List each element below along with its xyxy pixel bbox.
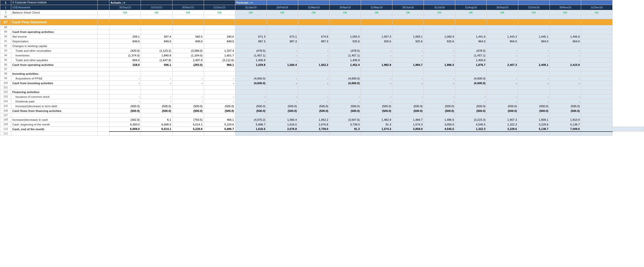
row-num-106: 106 xyxy=(0,109,11,113)
date-mar16: 31/Mar/16 xyxy=(298,5,329,10)
wc-label: Changes in working capital: xyxy=(11,44,98,48)
ni-sep15: 209.1 xyxy=(109,34,141,39)
row-92: 92 Changes in working capital: xyxy=(0,44,644,48)
header-d1 xyxy=(141,0,172,5)
row-num-87: 87 xyxy=(0,19,11,25)
operating-header: Cash from operating activities: xyxy=(11,30,98,34)
ok-may16: OK xyxy=(361,10,392,15)
header-r1 xyxy=(581,0,612,5)
stock-label: Issuance of common stock xyxy=(11,94,98,99)
row-111: 111 xyxy=(0,132,644,136)
ni-jun16: 1,059.1 xyxy=(392,34,424,39)
header-h1 xyxy=(267,0,298,5)
ok-mar16: OK xyxy=(298,10,329,15)
row-num-2: 2 xyxy=(0,5,11,10)
ni-apr16: 1,055.5 xyxy=(329,34,361,39)
ni-nov16: 1,446.9 xyxy=(549,34,581,39)
ok-oct16: OK xyxy=(518,10,549,15)
row-num-86: 86 xyxy=(0,15,11,19)
ni-may16: 1,057.3 xyxy=(361,34,392,39)
ni-feb16: 673.1 xyxy=(267,34,298,39)
payables-label: Trade and other payables xyxy=(11,58,98,63)
row-103: 103 Issuance of common stock - - - - - -… xyxy=(0,94,644,99)
date-feb16: 29/Feb/16 xyxy=(267,5,298,10)
header-j1 xyxy=(329,0,361,5)
ok-oct15: OK xyxy=(141,10,172,15)
cash-end-label: Cash, end of the month xyxy=(11,127,98,132)
header-f1 xyxy=(204,0,235,5)
row-93: 93 Trade and other receivables (420.0) (… xyxy=(0,48,644,53)
balance-check-row: 3 Balance Sheet Check OK OK OK OK OK OK … xyxy=(0,10,644,15)
row-num-111: 111 xyxy=(0,132,11,136)
row-89: 89 Cash from operating activities: xyxy=(0,30,644,34)
ok-jan16: OK xyxy=(235,10,267,15)
row-96: 96 Cash from operating activities 158.0 … xyxy=(0,63,644,67)
cash-change-label: Increase/(decrease) in cash xyxy=(11,117,98,122)
row-num-101: 101 xyxy=(0,86,11,90)
financing-header: Financing activities: xyxy=(11,90,98,94)
fin-total-label: Cash flows from financing activities xyxy=(11,109,98,113)
row-109: 109 Cash, beginning of the month 6,350.0… xyxy=(0,122,644,127)
ni-jan16: 671.3 xyxy=(235,34,267,39)
ni-nov15: 560.5 xyxy=(172,34,204,39)
depreciation-label: Depreciation xyxy=(11,39,98,44)
row-102: 102 Financing activities: xyxy=(0,90,644,94)
row-106: 106 Cash flows from financing activities… xyxy=(0,109,644,113)
date-jun16: 30/Jun/16 xyxy=(392,5,424,10)
col-b-2 xyxy=(98,5,109,10)
ok-nov16: OK xyxy=(549,10,581,15)
actuals-label: Actuals --> xyxy=(109,0,141,5)
ni-sep16: 1,443.3 xyxy=(487,34,518,39)
header-l1 xyxy=(392,0,424,5)
row-num-107: 107 xyxy=(0,113,11,117)
row-num-88: 88 xyxy=(0,25,11,30)
ni-dec15: 290.6 xyxy=(204,34,235,39)
header-p1 xyxy=(518,0,549,5)
inv-total-label: Cash from investing activities xyxy=(11,81,98,86)
header-e1 xyxy=(172,0,204,5)
row-104: 104 Dividends paid - - - - - - - - - - -… xyxy=(0,99,644,104)
date-jan16: 31/Jan/16 xyxy=(235,5,267,10)
row-num-98: 98 xyxy=(0,71,11,76)
cfs-title: Cash Flow Statement xyxy=(11,19,98,25)
row-num-108: 108 xyxy=(0,117,11,122)
cfs-header-row: 87 Cash Flow Statement xyxy=(0,19,644,25)
ok-dec15: OK xyxy=(204,10,235,15)
header-q1 xyxy=(549,0,581,5)
row-num-89: 89 xyxy=(0,30,11,34)
row-num-96: 96 xyxy=(0,63,11,67)
row-101: 101 xyxy=(0,86,644,90)
ok-sep16: OK xyxy=(487,10,518,15)
spreadsheet: 1 © Corporate Finance Institute Actuals … xyxy=(0,0,644,136)
cash-begin-label: Cash, beginning of the month xyxy=(11,122,98,127)
row-num-95: 95 xyxy=(0,58,11,63)
date-nov16: 30/Nov/16 xyxy=(549,5,581,10)
date-apr16: 30/Apr/16 xyxy=(329,5,361,10)
date-sep16: 30/Sep/16 xyxy=(487,5,518,10)
header-k1 xyxy=(361,0,392,5)
row-num-94: 94 xyxy=(0,53,11,58)
ok-aug16: OK xyxy=(455,10,487,15)
subtitle: US$ thousands xyxy=(11,5,98,10)
company-name: © Corporate Finance Institute xyxy=(11,0,98,5)
header-i1 xyxy=(298,0,329,5)
date-dec16: 31/Dec/16 xyxy=(581,5,612,10)
row-100: 100 Cash from investing activities - - -… xyxy=(0,81,644,86)
receivables-label: Trade and other receivables xyxy=(11,48,98,53)
col-b-1 xyxy=(98,0,109,5)
row-num-3: 3 xyxy=(0,10,11,15)
ni-dec16 xyxy=(581,34,612,39)
row-108: 108 Increase/(decrease) in cash (342.0) … xyxy=(0,117,644,122)
row-num-99: 99 xyxy=(0,76,11,81)
row-num-102: 102 xyxy=(0,90,11,94)
balance-check-label: Balance Sheet Check xyxy=(11,10,98,15)
term-debt-label: Increase/(decrease) in term debt xyxy=(11,104,98,109)
row-num-109: 109 xyxy=(0,122,11,127)
forecast-label: Forecast --> xyxy=(235,0,267,5)
row-95: 95 Trade and other payables 894.0 (1,647… xyxy=(0,58,644,63)
ni-aug16: 1,441.6 xyxy=(455,34,487,39)
ok-jun16: OK xyxy=(392,10,424,15)
net-income-label: Net income xyxy=(11,34,98,39)
row-91: 91 Depreciation 849.0 849.0 849.0 849.0 … xyxy=(0,39,644,44)
row-90: 90 Net income 209.1 587.4 560.5 290.6 67… xyxy=(0,34,644,39)
